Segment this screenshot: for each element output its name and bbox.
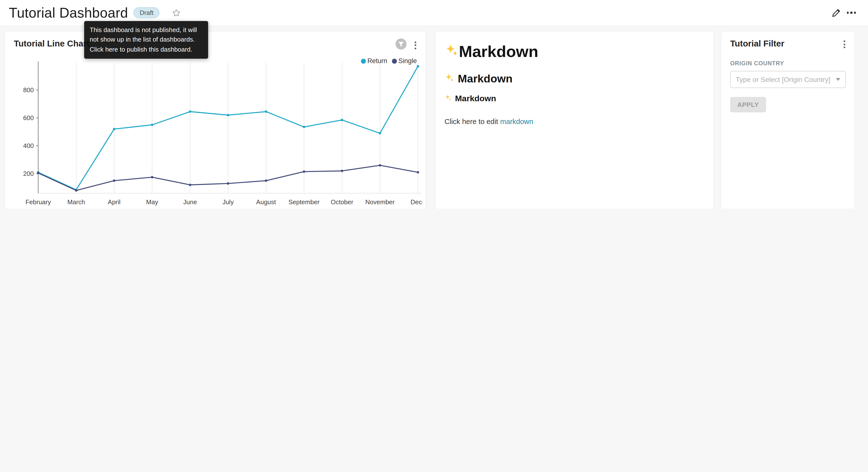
x-axis-label: April: [108, 198, 121, 206]
x-axis-label: June: [183, 198, 197, 206]
data-point: [341, 119, 343, 121]
x-axis-label: August: [256, 198, 276, 206]
y-axis-label: 800: [23, 86, 34, 94]
filter-card-title: Tutorial Filter: [730, 39, 784, 49]
y-axis-label: 600: [23, 114, 34, 122]
line-chart-card-header: Tutorial Line Chart: [5, 32, 426, 52]
data-point: [151, 124, 153, 126]
legend-dot: [392, 58, 397, 63]
data-point: [151, 176, 153, 179]
data-point: [227, 182, 229, 185]
sparkles-icon: [444, 42, 459, 61]
x-axis-label: May: [146, 198, 158, 206]
dashboard-root: Tutorial Dashboard Draft This dashboard …: [0, 0, 868, 209]
markdown-edit-link[interactable]: markdown: [500, 117, 533, 126]
data-point: [113, 179, 115, 182]
draft-badge[interactable]: Draft: [133, 7, 159, 18]
origin-country-select[interactable]: Type or Select [Origin Country]: [730, 71, 846, 88]
markdown-paragraph-text: Click here to edit: [444, 117, 500, 126]
legend-item-return[interactable]: Return: [361, 57, 387, 65]
x-axis-label: Dece: [410, 198, 422, 206]
markdown-h1-text: Markdown: [459, 42, 538, 61]
data-point: [341, 170, 343, 172]
unpublished-tooltip[interactable]: This dashboard is not published, it will…: [84, 21, 208, 58]
filter-card-header: Tutorial Filter: [721, 32, 855, 50]
markdown-h2: Markdown: [444, 72, 705, 85]
x-axis-label: November: [365, 198, 395, 206]
line-chart-title: Tutorial Line Chart: [14, 39, 90, 49]
sparkles-icon: [444, 72, 454, 85]
x-axis-label: February: [25, 198, 51, 206]
markdown-paragraph: Click here to edit markdown: [444, 117, 705, 126]
line-chart-card: Tutorial Line Chart ReturnSingle Februar…: [4, 31, 426, 209]
chart-legend: ReturnSingle: [361, 57, 417, 65]
x-axis-label: July: [222, 198, 234, 206]
data-point: [303, 171, 305, 173]
data-point: [303, 126, 305, 128]
chevron-down-icon: [836, 78, 840, 81]
x-axis-label: October: [331, 198, 353, 206]
markdown-h3-text: Markdown: [455, 94, 496, 103]
data-point: [113, 128, 115, 130]
data-point: [379, 132, 381, 135]
x-axis-label: September: [288, 198, 320, 206]
favorite-star-icon[interactable]: [172, 8, 181, 18]
kebab-menu-icon[interactable]: [841, 38, 848, 50]
data-point: [75, 189, 78, 192]
page-title: Tutorial Dashboard: [9, 5, 128, 21]
data-point: [265, 179, 267, 182]
line-chart-svg[interactable]: FebruaryMarchAprilMayJuneJulyAugustSepte…: [9, 54, 422, 209]
markdown-body[interactable]: Markdown Markdown Markdown Click here to…: [436, 32, 714, 126]
filter-body: ORIGIN COUNTRY Type or Select [Origin Co…: [721, 50, 855, 113]
filter-card: Tutorial Filter ORIGIN COUNTRY Type or S…: [721, 31, 855, 209]
select-placeholder: Type or Select [Origin Country]: [736, 76, 830, 83]
y-axis-label: 200: [23, 170, 34, 177]
data-point: [37, 172, 39, 174]
filter-indicator-icon[interactable]: [395, 38, 407, 52]
data-point: [189, 184, 191, 186]
origin-country-label: ORIGIN COUNTRY: [730, 60, 846, 66]
data-point: [265, 110, 267, 113]
markdown-card: Markdown Markdown Markdown Click here to…: [435, 31, 714, 209]
more-options-icon[interactable]: [843, 5, 859, 20]
kebab-menu-icon[interactable]: [412, 39, 419, 51]
data-point: [416, 65, 419, 67]
legend-item-single[interactable]: Single: [392, 57, 417, 65]
data-point: [379, 164, 381, 167]
apply-button[interactable]: APPLY: [730, 97, 766, 112]
sparkles-icon: [444, 94, 452, 103]
edit-dashboard-icon[interactable]: [828, 5, 843, 20]
markdown-h2-text: Markdown: [458, 72, 513, 85]
data-point: [189, 110, 191, 113]
legend-label: Return: [367, 57, 387, 65]
legend-label: Single: [398, 57, 417, 65]
y-axis-label: 400: [23, 142, 34, 149]
legend-dot: [361, 58, 366, 63]
markdown-h1: Markdown: [444, 42, 705, 61]
x-axis-label: March: [67, 198, 85, 206]
data-point: [227, 114, 229, 116]
data-point: [416, 171, 419, 174]
markdown-h3: Markdown: [444, 94, 705, 103]
